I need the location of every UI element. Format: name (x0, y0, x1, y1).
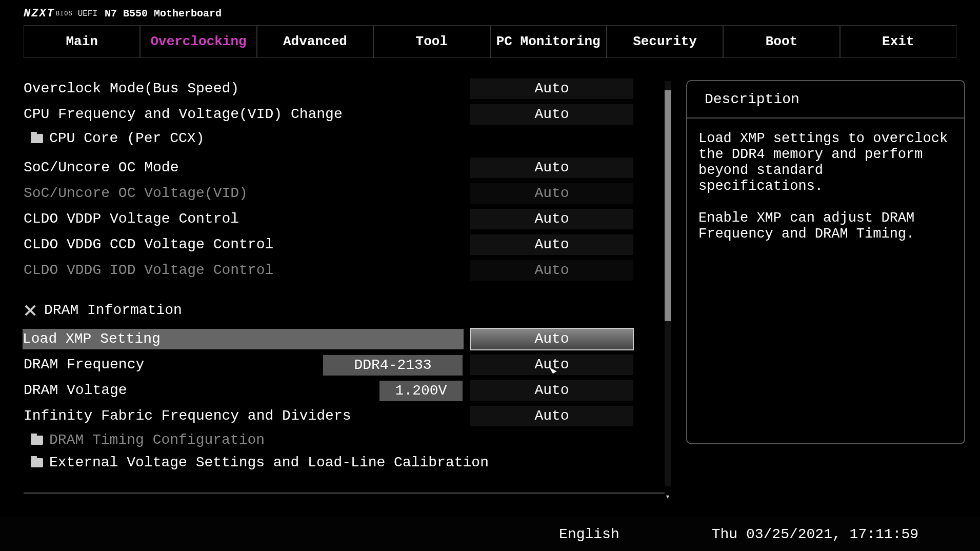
section-label: DRAM Information (44, 303, 182, 318)
folder-icon (31, 458, 43, 467)
submenu-label: External Voltage Settings and Load-Line … (49, 456, 489, 470)
setting-value: Auto (470, 260, 634, 281)
setting-label-text: Load XMP Setting (23, 329, 464, 349)
setting-dram-voltage[interactable]: DRAM Voltage Auto 1.200V (24, 378, 675, 403)
description-body: Load XMP settings to overclock the DDR4 … (687, 119, 964, 254)
tab-main[interactable]: Main (24, 25, 140, 58)
setting-label: Infinity Fabric Frequency and Dividers (24, 409, 470, 423)
submenu-external-voltage[interactable]: External Voltage Settings and Load-Line … (24, 451, 675, 474)
datetime: Thu 03/25/2021, 17:11:59 (712, 526, 918, 542)
submenu-label: CPU Core (Per CCX) (49, 131, 204, 146)
main-tabs: Main Overclocking Advanced Tool PC Monit… (0, 25, 980, 58)
description-panel: Description Load XMP settings to overclo… (686, 80, 965, 444)
tools-icon (24, 304, 37, 317)
setting-label: SoC/Uncore OC Voltage(VID) (24, 186, 470, 201)
language-selector[interactable]: English (559, 526, 619, 542)
setting-soc-oc-mode[interactable]: SoC/Uncore OC Mode Auto (24, 155, 675, 181)
tab-pc-monitoring[interactable]: PC Monitoring (490, 25, 607, 58)
setting-value[interactable]: Auto (470, 157, 634, 179)
setting-value[interactable]: Auto (470, 104, 634, 125)
tab-tool[interactable]: Tool (373, 25, 490, 58)
brand-uefi-text: UEFI (78, 9, 97, 18)
brand-bios-text: BIOS (56, 10, 73, 17)
submenu-cpu-core-ccx[interactable]: CPU Core (Per CCX) (24, 127, 675, 150)
setting-cldo-vddg-ccd[interactable]: CLDO VDDG CCD Voltage Control Auto (24, 232, 675, 258)
setting-value[interactable]: Auto (470, 405, 634, 427)
setting-label: CLDO VDDP Voltage Control (24, 212, 470, 226)
tab-security[interactable]: Security (607, 25, 723, 58)
setting-value[interactable]: Auto (470, 380, 634, 401)
setting-overclock-mode[interactable]: Overclock Mode(Bus Speed) Auto (24, 76, 675, 102)
setting-value[interactable]: Auto (470, 78, 634, 100)
setting-label: Overclock Mode(Bus Speed) (24, 82, 470, 96)
scrollbar[interactable] (665, 81, 671, 486)
setting-soc-oc-voltage: SoC/Uncore OC Voltage(VID) Auto (24, 181, 675, 206)
section-dram-info: DRAM Information (24, 298, 675, 323)
submenu-label: DRAM Timing Configuration (49, 433, 265, 447)
setting-cpu-freq-vid[interactable]: CPU Frequency and Voltage(VID) Change Au… (24, 102, 675, 127)
footer: English Thu 03/25/2021, 17:11:59 (0, 517, 980, 551)
scrollbar-thumb[interactable] (665, 90, 671, 321)
setting-cldo-vddp[interactable]: CLDO VDDP Voltage Control Auto (24, 206, 675, 232)
setting-label: CLDO VDDG CCD Voltage Control (24, 238, 470, 252)
setting-label: SoC/Uncore OC Mode (24, 161, 470, 175)
board-name: N7 B550 Motherboard (105, 8, 222, 19)
setting-label: CLDO VDDG IOD Voltage Control (24, 263, 470, 278)
setting-label: Load XMP Setting (24, 329, 470, 349)
setting-dram-frequency[interactable]: DRAM Frequency Auto DDR4-2133 (24, 352, 675, 378)
setting-value: Auto (470, 183, 634, 204)
tab-advanced[interactable]: Advanced (257, 25, 373, 58)
settings-panel: Overclock Mode(Bus Speed) Auto CPU Frequ… (24, 76, 675, 486)
tab-exit[interactable]: Exit (840, 25, 956, 58)
scroll-down-arrow-icon[interactable]: ▾ (663, 491, 672, 499)
setting-infinity-fabric[interactable]: Infinity Fabric Frequency and Dividers A… (24, 403, 675, 429)
brand-logo: NZXT (24, 7, 55, 20)
setting-value[interactable]: Auto (470, 328, 634, 350)
setting-load-xmp[interactable]: Load XMP Setting Auto (24, 326, 675, 352)
bios-header: NZXT BIOS UEFI N7 B550 Motherboard (0, 0, 980, 25)
setting-cldo-vddg-iod: CLDO VDDG IOD Voltage Control Auto (24, 258, 675, 283)
description-title: Description (687, 81, 964, 119)
submenu-dram-timing[interactable]: DRAM Timing Configuration (24, 429, 675, 451)
tab-boot[interactable]: Boot (723, 25, 839, 58)
setting-label: CPU Frequency and Voltage(VID) Change (24, 107, 470, 122)
folder-icon (31, 134, 43, 143)
setting-readout: DDR4-2133 (323, 355, 463, 376)
divider (24, 493, 665, 494)
setting-readout: 1.200V (379, 381, 463, 401)
setting-value[interactable]: Auto (470, 234, 634, 255)
folder-icon (31, 436, 43, 445)
setting-value[interactable]: Auto (470, 208, 634, 230)
tab-overclocking[interactable]: Overclocking (140, 25, 256, 58)
